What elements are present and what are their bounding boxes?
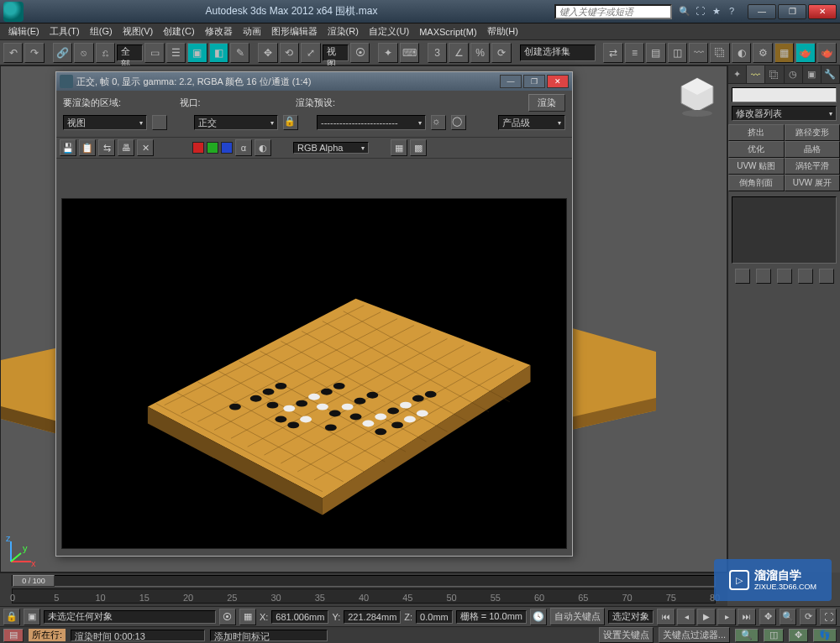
- link-icon[interactable]: 🔗: [53, 43, 72, 63]
- align-icon[interactable]: ≡: [625, 43, 644, 63]
- modifier-list-combo[interactable]: 修改器列表: [732, 106, 837, 121]
- overlay-a-icon[interactable]: ▦: [391, 139, 407, 156]
- script-listener-icon[interactable]: ▤: [3, 629, 24, 642]
- alpha-icon[interactable]: α: [235, 139, 252, 156]
- coord-x-field[interactable]: 681.006mm: [271, 610, 328, 624]
- tab-display-icon[interactable]: ▣: [803, 65, 822, 83]
- menu-group[interactable]: 组(G): [85, 25, 118, 38]
- remove-mod-icon[interactable]: [798, 269, 813, 284]
- goto-end-icon[interactable]: ⏭: [738, 609, 756, 625]
- move-icon[interactable]: ✥: [258, 43, 277, 63]
- menu-tools[interactable]: 工具(T): [45, 25, 85, 38]
- render-button[interactable]: 渲染: [528, 94, 565, 112]
- star-icon[interactable]: ★: [712, 6, 724, 18]
- channel-green-swatch[interactable]: [207, 142, 218, 154]
- next-frame-icon[interactable]: ▸: [717, 609, 736, 625]
- percent-snap-icon[interactable]: %: [470, 43, 490, 63]
- nav-pan-icon[interactable]: ✥: [759, 609, 776, 625]
- tab-create-icon[interactable]: ✦: [728, 65, 747, 83]
- mod-extrude[interactable]: 挤出: [728, 124, 785, 141]
- mod-turbosmooth[interactable]: 涡轮平滑: [785, 158, 841, 175]
- select-icon[interactable]: ▭: [144, 43, 164, 63]
- setkey-button[interactable]: 设置关键点: [599, 627, 654, 643]
- undo-icon[interactable]: ↶: [3, 43, 23, 63]
- render-titlebar[interactable]: 正交, 帧 0, 显示 gamma: 2.2, RGBA 颜色 16 位/通道 …: [56, 72, 572, 91]
- mod-optimize[interactable]: 优化: [728, 141, 785, 158]
- angle-snap-icon[interactable]: ∠: [449, 43, 468, 63]
- graphite-icon[interactable]: ◫: [668, 43, 687, 63]
- modifier-stack[interactable]: [732, 196, 837, 264]
- schematic-icon[interactable]: ⿻: [710, 43, 729, 63]
- tab-utilities-icon[interactable]: 🔧: [822, 65, 840, 83]
- nav-zoom2-icon[interactable]: 🔍: [735, 629, 759, 642]
- menu-views[interactable]: 视图(V): [118, 25, 159, 38]
- channel-red-swatch[interactable]: [192, 142, 204, 154]
- nav-fov-icon[interactable]: ◫: [764, 629, 784, 642]
- time-ruler[interactable]: 05101520253035404550556065707580: [12, 588, 716, 604]
- time-slider-thumb[interactable]: 0 / 100: [13, 575, 55, 587]
- menu-grapheditors[interactable]: 图形编辑器: [266, 25, 323, 38]
- layers-icon[interactable]: ▤: [646, 43, 665, 63]
- selection-filter-combo[interactable]: 全部: [117, 44, 143, 61]
- mirror-icon[interactable]: ⇄: [603, 43, 622, 63]
- mod-unwrap[interactable]: UVW 展开: [785, 175, 841, 191]
- rendersetup-icon[interactable]: ◯: [451, 115, 466, 130]
- viewcube-icon[interactable]: [676, 75, 718, 117]
- preset-combo[interactable]: -------------------------: [317, 115, 426, 130]
- autokey-button[interactable]: 自动关键点: [550, 608, 605, 625]
- unique-icon[interactable]: [777, 269, 792, 284]
- menu-maxscript[interactable]: MAXScript(M): [414, 27, 481, 37]
- compare-icon[interactable]: ⇆: [98, 139, 115, 156]
- add-time-tag-button[interactable]: 添加时间标记: [210, 630, 328, 641]
- time-slider[interactable]: 0 / 100: [12, 575, 716, 587]
- render-maximize-button[interactable]: ❐: [523, 75, 545, 88]
- pivot-icon[interactable]: ⦿: [350, 43, 370, 63]
- help-search-input[interactable]: [554, 4, 672, 19]
- redo-icon[interactable]: ↷: [24, 43, 44, 63]
- channel-blue-swatch[interactable]: [221, 142, 233, 154]
- render-close-button[interactable]: ✕: [547, 75, 569, 88]
- menu-edit[interactable]: 编辑(E): [3, 25, 45, 38]
- configure-sets-icon[interactable]: [819, 269, 834, 284]
- render-setup-icon[interactable]: ⚙: [753, 43, 772, 63]
- rect-select-icon[interactable]: ▣: [187, 43, 207, 63]
- tab-hierarchy-icon[interactable]: ⿻: [765, 65, 784, 83]
- absolute-icon[interactable]: ⦿: [219, 609, 236, 625]
- nav-orbit-icon[interactable]: ⟳: [800, 609, 816, 625]
- region-icon[interactable]: [152, 115, 167, 130]
- manip-icon[interactable]: ✦: [378, 43, 397, 63]
- window-crossing-icon[interactable]: ◧: [209, 43, 228, 63]
- clone-icon[interactable]: 📋: [79, 139, 96, 156]
- menu-rendering[interactable]: 渲染(R): [323, 25, 364, 38]
- object-color-swatch[interactable]: [732, 87, 837, 102]
- goto-start-icon[interactable]: ⏮: [657, 609, 675, 625]
- overlay-b-icon[interactable]: ▩: [410, 139, 427, 156]
- menu-modifiers[interactable]: 修改器: [200, 25, 238, 38]
- pin-stack-icon[interactable]: [735, 269, 750, 284]
- keymode-icon[interactable]: ⌨: [400, 43, 419, 63]
- channel-combo[interactable]: RGB Alpha▾: [293, 142, 369, 154]
- unlink-icon[interactable]: ⍉: [74, 43, 93, 63]
- selset-field[interactable]: 选定对象: [608, 610, 654, 624]
- menu-animation[interactable]: 动画: [238, 25, 266, 38]
- mono-icon[interactable]: ◐: [255, 139, 271, 156]
- keyfilter-button[interactable]: 关键点过滤器...: [659, 627, 730, 643]
- play-icon[interactable]: ▶: [697, 609, 716, 625]
- mod-uvwmap[interactable]: UVW 贴图: [728, 158, 785, 175]
- area-combo[interactable]: 视图: [63, 115, 147, 130]
- lock-icon[interactable]: 🔒: [283, 115, 298, 130]
- save-image-icon[interactable]: 💾: [60, 139, 76, 156]
- nav-zoom-icon[interactable]: 🔍: [780, 609, 796, 625]
- help-icon[interactable]: ?: [729, 6, 741, 18]
- bind-icon[interactable]: ⎌: [96, 43, 115, 63]
- prev-frame-icon[interactable]: ◂: [677, 609, 696, 625]
- minimize-button[interactable]: —: [748, 4, 776, 19]
- product-combo[interactable]: 产品级: [498, 115, 565, 130]
- nav-max-icon[interactable]: ⛶: [820, 609, 837, 625]
- mod-pathdeform[interactable]: 路径变形: [785, 124, 841, 141]
- select-name-icon[interactable]: ☰: [166, 43, 186, 63]
- scale-icon[interactable]: ⤢: [301, 43, 320, 63]
- render-prod-icon[interactable]: 🫖: [817, 43, 837, 63]
- refcoord-combo[interactable]: 视图: [323, 44, 349, 61]
- viewport-combo[interactable]: 正交: [194, 115, 278, 130]
